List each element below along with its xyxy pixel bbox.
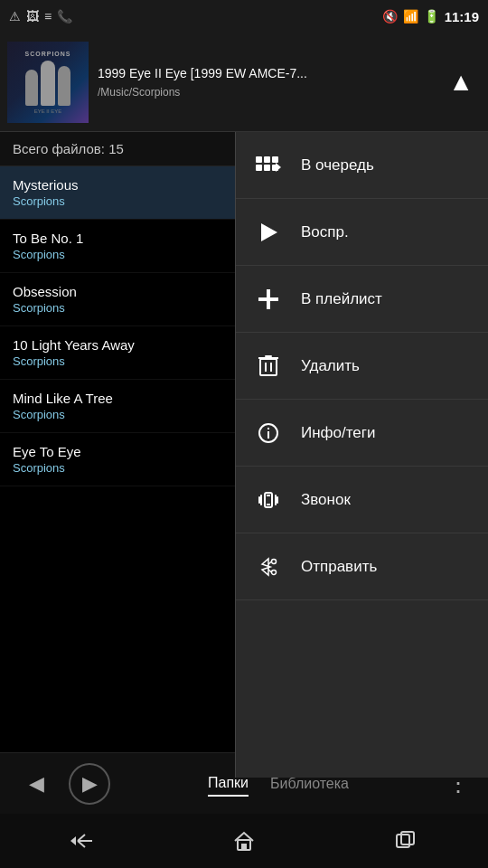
context-menu-share[interactable]: Отправить: [236, 533, 488, 600]
svg-rect-23: [258, 496, 260, 504]
context-queue-label: В очередь: [301, 156, 374, 175]
layers-icon: ≡: [44, 9, 52, 24]
svg-rect-17: [267, 428, 269, 429]
svg-rect-20: [267, 504, 270, 505]
home-button[interactable]: [217, 821, 271, 861]
play-icon: [254, 222, 283, 242]
svg-rect-10: [260, 359, 277, 375]
svg-rect-0: [256, 156, 262, 163]
info-icon: [254, 423, 283, 443]
svg-marker-7: [261, 223, 277, 241]
now-playing-path: /Music/Scorpions: [98, 86, 432, 99]
svg-rect-12: [270, 363, 272, 372]
context-play-label: Воспр.: [301, 223, 349, 241]
svg-marker-6: [276, 163, 281, 172]
phone-icon: 📞: [57, 9, 72, 24]
svg-rect-19: [267, 495, 270, 496]
svg-point-26: [272, 570, 277, 574]
svg-rect-2: [272, 156, 278, 163]
system-nav: [0, 814, 488, 868]
svg-rect-16: [267, 431, 269, 439]
warning-icon: ⚠: [9, 9, 21, 24]
now-playing-title: 1999 Eye II Eye [1999 EW AMCE-7...: [98, 65, 432, 81]
status-icons-right: 🔇 📶 🔋 11:19: [382, 9, 479, 24]
now-playing-expand[interactable]: ▲: [441, 61, 481, 104]
context-menu-info[interactable]: Инфо/теги: [236, 400, 488, 467]
context-menu-play[interactable]: Воспр.: [236, 199, 488, 266]
svg-rect-21: [260, 495, 262, 505]
svg-rect-9: [258, 297, 278, 301]
context-menu-ringtone[interactable]: Звонок: [236, 467, 488, 533]
vibrate-icon: [254, 490, 283, 510]
context-menu-queue[interactable]: В очередь: [236, 132, 488, 199]
svg-rect-1: [264, 156, 270, 163]
svg-rect-13: [258, 357, 278, 359]
album-label: EYE II EYE: [34, 108, 62, 114]
share-icon: [254, 557, 283, 577]
now-playing-bar[interactable]: SCORPIONS EYE II EYE 1999 Eye II Eye [19…: [0, 33, 488, 132]
queue-icon: [254, 156, 283, 175]
svg-rect-24: [277, 496, 278, 504]
image-icon: 🖼: [26, 9, 39, 24]
svg-rect-30: [241, 844, 247, 850]
context-share-label: Отправить: [301, 558, 377, 576]
svg-rect-11: [265, 363, 267, 372]
delete-icon: [254, 355, 283, 377]
svg-rect-22: [275, 495, 277, 505]
battery-icon: 🔋: [424, 9, 439, 24]
time-display: 11:19: [445, 9, 479, 24]
svg-rect-4: [264, 165, 270, 171]
svg-point-25: [272, 559, 277, 563]
context-delete-label: Удалить: [301, 357, 360, 375]
status-icons-left: ⚠ 🖼 ≡ 📞: [9, 9, 72, 24]
signal-icon: 📶: [403, 9, 418, 24]
svg-rect-3: [256, 165, 262, 171]
context-menu-overlay: В очередь Воспр. В плейлист: [0, 132, 488, 778]
now-playing-info: 1999 Eye II Eye [1999 EW AMCE-7... /Musi…: [98, 65, 432, 98]
add-playlist-icon: [254, 289, 283, 309]
context-info-label: Инфо/теги: [301, 424, 376, 442]
recent-button[interactable]: [380, 821, 434, 861]
status-bar: ⚠ 🖼 ≡ 📞 🔇 📶 🔋 11:19: [0, 0, 488, 33]
back-button[interactable]: [54, 821, 108, 861]
context-menu-playlist[interactable]: В плейлист: [236, 266, 488, 333]
svg-rect-14: [265, 355, 272, 357]
context-menu-delete[interactable]: Удалить: [236, 333, 488, 400]
context-menu: В очередь Воспр. В плейлист: [235, 132, 488, 778]
context-playlist-label: В плейлист: [301, 290, 382, 308]
mute-icon: 🔇: [382, 9, 398, 24]
context-ringtone-label: Звонок: [301, 491, 351, 509]
album-art: SCORPIONS EYE II EYE: [7, 42, 89, 123]
